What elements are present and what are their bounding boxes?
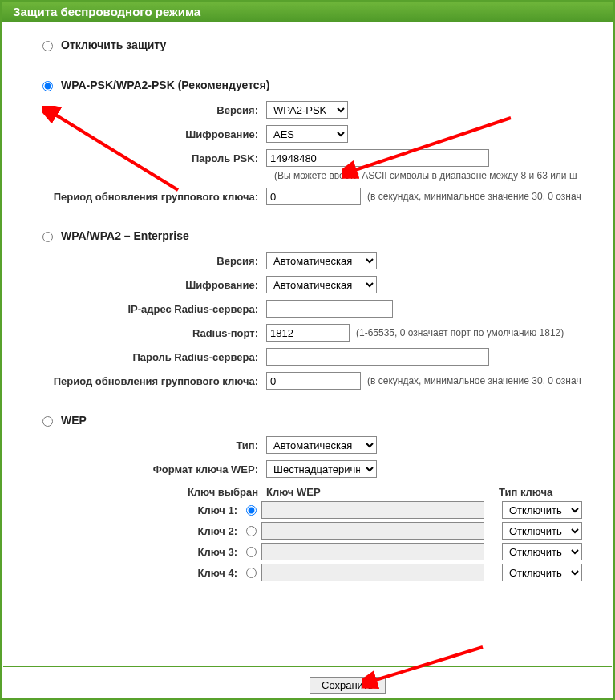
security-wpapsk-head: WPA-PSK/WPA2-PSK (Рекомендуется) bbox=[2, 79, 613, 91]
wpapsk-gk-hint: (в секундах, минимальное значение 30, 0 … bbox=[367, 191, 581, 202]
wpaent-radiusport-label: Radius-порт: bbox=[2, 327, 266, 339]
wep-key-row: Ключ 4: Отключить bbox=[2, 564, 613, 581]
label-wpaent: WPA/WPA2 – Enterprise bbox=[61, 229, 189, 242]
wpaent-version-select[interactable]: Автоматическая bbox=[266, 252, 377, 269]
wep-format-select[interactable]: Шестнадцатеричный bbox=[266, 460, 377, 478]
wpaent-gk-input[interactable] bbox=[266, 372, 361, 390]
wpaent-gk-hint: (в секундах, минимальное значение 30, 0 … bbox=[367, 375, 581, 386]
security-wpaent-head: WPA/WPA2 – Enterprise bbox=[2, 229, 613, 242]
wpapsk-password-label: Пароль PSK: bbox=[2, 152, 266, 164]
wpaent-radiusip-label: IP-адрес Radius-сервера: bbox=[2, 303, 266, 315]
wep-key1-input[interactable] bbox=[261, 501, 484, 519]
wpapsk-encryption-label: Шифрование: bbox=[2, 128, 266, 140]
wep-key4-label: Ключ 4: bbox=[2, 567, 242, 579]
security-disable-head: Отключить защиту bbox=[2, 38, 613, 51]
wep-key4-type[interactable]: Отключить bbox=[502, 564, 582, 581]
wpaent-radiusip-input[interactable] bbox=[266, 300, 393, 318]
label-wpapsk: WPA-PSK/WPA2-PSK (Рекомендуется) bbox=[61, 79, 269, 91]
wep-key3-input[interactable] bbox=[261, 543, 484, 560]
wep-type-select[interactable]: Автоматическая bbox=[266, 436, 377, 454]
wpaent-encryption-label: Шифрование: bbox=[2, 279, 266, 291]
wep-key4-input[interactable] bbox=[261, 564, 484, 581]
wep-key2-type[interactable]: Отключить bbox=[502, 522, 582, 540]
wpapsk-encryption-select[interactable]: AES bbox=[266, 125, 348, 143]
wpapsk-gk-label: Период обновления группового ключа: bbox=[2, 191, 266, 203]
wpaent-encryption-select[interactable]: Автоматическая bbox=[266, 276, 377, 293]
wep-key-row: Ключ 3: Отключить bbox=[2, 543, 613, 560]
wep-key-row: Ключ 1: Отключить bbox=[2, 501, 613, 519]
wpaent-gk-label: Период обновления группового ключа: bbox=[2, 375, 266, 387]
wpaent-radiuspw-input[interactable] bbox=[266, 348, 489, 366]
wpaent-radiuspw-label: Пароль Radius-сервера: bbox=[2, 351, 266, 363]
wep-key3-type[interactable]: Отключить bbox=[502, 543, 582, 560]
radio-wep[interactable] bbox=[42, 416, 53, 427]
wpaent-radiusport-input[interactable] bbox=[266, 324, 350, 342]
wpapsk-version-label: Версия: bbox=[2, 104, 266, 116]
wep-type-label: Тип: bbox=[2, 439, 266, 451]
radio-wpaent[interactable] bbox=[42, 232, 53, 242]
wep-key1-type[interactable]: Отключить bbox=[502, 501, 582, 519]
save-button[interactable]: Сохранить bbox=[310, 677, 386, 694]
wep-col-selected: Ключ выбран bbox=[2, 486, 266, 498]
wep-key3-label: Ключ 3: bbox=[2, 546, 242, 558]
wep-format-label: Формат ключа WEP: bbox=[2, 463, 266, 475]
wep-key1-label: Ключ 1: bbox=[2, 504, 242, 516]
wep-key-row: Ключ 2: Отключить bbox=[2, 522, 613, 540]
wpapsk-password-input[interactable] bbox=[266, 149, 489, 167]
wpaent-version-label: Версия: bbox=[2, 255, 266, 267]
wep-key3-radio[interactable] bbox=[246, 547, 257, 557]
wpapsk-password-hint: (Вы можете ввести ASCII символы в диапаз… bbox=[274, 170, 613, 181]
wep-col-keytype: Тип ключа bbox=[499, 486, 552, 498]
radio-wpapsk[interactable] bbox=[42, 81, 53, 91]
svg-line-2 bbox=[370, 647, 483, 682]
page-title: Защита беспроводного режима bbox=[2, 2, 613, 22]
wep-key2-input[interactable] bbox=[261, 522, 484, 540]
label-disable: Отключить защиту bbox=[61, 38, 166, 51]
wpapsk-gk-input[interactable] bbox=[266, 188, 361, 205]
divider bbox=[3, 666, 612, 667]
wep-key4-radio[interactable] bbox=[246, 568, 257, 578]
radio-disable[interactable] bbox=[42, 41, 53, 51]
label-wep: WEP bbox=[61, 414, 87, 427]
wep-key2-radio[interactable] bbox=[246, 526, 257, 536]
wep-key1-radio[interactable] bbox=[246, 505, 257, 516]
wep-col-key: Ключ WEP bbox=[266, 486, 499, 498]
wpapsk-version-select[interactable]: WPA2-PSK bbox=[266, 101, 348, 119]
security-wep-head: WEP bbox=[2, 414, 613, 427]
wpaent-radiusport-hint: (1-65535, 0 означает порт по умолчанию 1… bbox=[356, 327, 564, 338]
wep-key2-label: Ключ 2: bbox=[2, 525, 242, 537]
